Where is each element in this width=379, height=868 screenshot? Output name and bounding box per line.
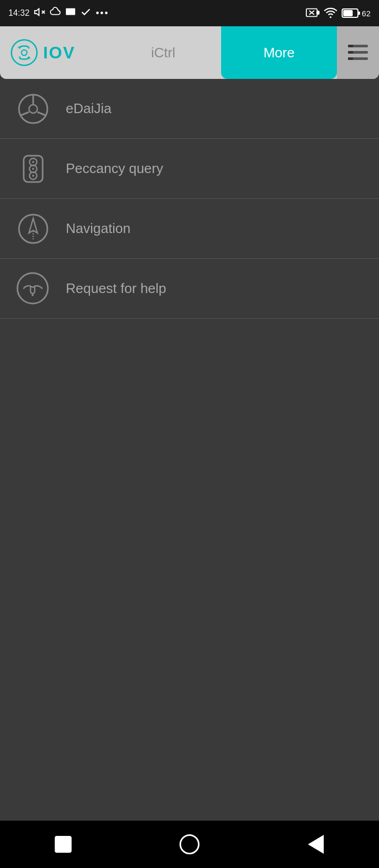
tab-more[interactable]: More bbox=[221, 26, 337, 79]
volume-off-icon bbox=[34, 6, 45, 20]
help-label: Request for help bbox=[66, 280, 166, 297]
traffic-light-icon bbox=[16, 152, 50, 186]
handshake-icon bbox=[16, 271, 50, 306]
battery-level-icon: 62 bbox=[342, 8, 371, 18]
more-dots-icon: ••• bbox=[96, 8, 109, 19]
menu-item-edaijia[interactable]: eDaiJia bbox=[0, 79, 379, 139]
square-icon bbox=[55, 836, 72, 853]
menu-item-navigation[interactable]: Navigation bbox=[0, 199, 379, 259]
check-icon bbox=[80, 6, 92, 20]
edaijia-label: eDaiJia bbox=[66, 100, 112, 117]
svg-marker-0 bbox=[35, 9, 39, 16]
bottom-navigation-bar bbox=[0, 821, 379, 868]
navigation-icon bbox=[16, 211, 50, 246]
svg-rect-18 bbox=[348, 51, 353, 54]
tabs-area: iCtrl More bbox=[105, 26, 379, 79]
navigation-label: Navigation bbox=[66, 220, 131, 237]
svg-rect-17 bbox=[348, 45, 353, 47]
status-right: 62 bbox=[306, 7, 371, 20]
steering-wheel-icon bbox=[16, 92, 50, 126]
svg-point-30 bbox=[32, 168, 34, 170]
svg-point-29 bbox=[32, 161, 34, 163]
peccancy-label: Peccancy query bbox=[66, 160, 163, 177]
svg-rect-11 bbox=[343, 10, 353, 16]
menu-list: eDaiJia Peccancy query bbox=[0, 79, 379, 821]
svg-point-36 bbox=[32, 294, 34, 296]
svg-point-12 bbox=[12, 40, 37, 66]
svg-rect-10 bbox=[358, 12, 360, 15]
svg-point-8 bbox=[330, 16, 332, 18]
svg-rect-5 bbox=[317, 11, 320, 14]
home-button[interactable] bbox=[174, 829, 205, 860]
menu-item-peccancy[interactable]: Peccancy query bbox=[0, 139, 379, 199]
recents-button[interactable] bbox=[47, 829, 79, 860]
screen-icon bbox=[65, 8, 76, 18]
logo-area: IOV bbox=[0, 39, 105, 66]
status-left: 14:32 ••• bbox=[8, 6, 109, 20]
app-logo-text: IOV bbox=[43, 43, 75, 63]
status-bar: 14:32 ••• bbox=[0, 0, 379, 26]
svg-point-13 bbox=[22, 50, 27, 55]
wifi-icon bbox=[324, 7, 337, 20]
svg-rect-3 bbox=[66, 8, 75, 15]
menu-button[interactable] bbox=[337, 26, 379, 79]
svg-point-21 bbox=[29, 105, 37, 113]
circle-icon bbox=[179, 834, 200, 854]
triangle-back-icon bbox=[308, 835, 324, 854]
cloud-sync-icon bbox=[49, 6, 61, 20]
battery-percent: 62 bbox=[362, 9, 371, 18]
svg-point-35 bbox=[17, 273, 48, 304]
menu-item-help[interactable]: Request for help bbox=[0, 259, 379, 319]
back-button[interactable] bbox=[300, 829, 332, 860]
svg-line-23 bbox=[21, 112, 29, 115]
svg-rect-19 bbox=[348, 57, 353, 60]
time-display: 14:32 bbox=[8, 8, 29, 18]
app-header: IOV iCtrl More bbox=[0, 26, 379, 79]
svg-point-31 bbox=[32, 175, 34, 177]
hamburger-icon bbox=[348, 45, 368, 60]
tab-ictrl[interactable]: iCtrl bbox=[105, 26, 221, 79]
svg-line-24 bbox=[37, 112, 45, 115]
iov-logo-icon bbox=[11, 39, 38, 66]
battery-x-icon bbox=[306, 7, 320, 20]
